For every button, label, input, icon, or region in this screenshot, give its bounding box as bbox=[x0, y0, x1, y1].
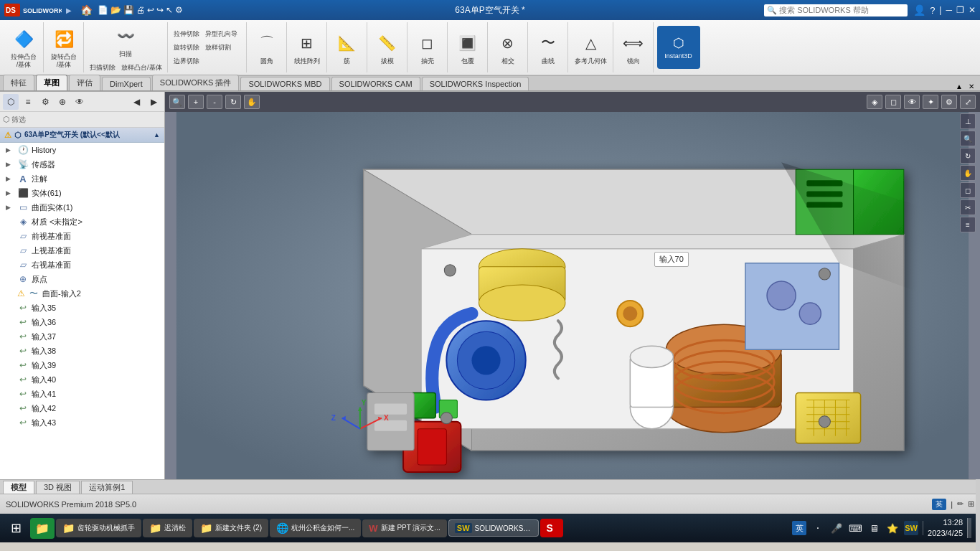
view-display-btn[interactable]: ◻ bbox=[885, 95, 901, 109]
tab-sw-inspection[interactable]: SOLIDWORKS Inspection bbox=[422, 77, 529, 90]
search-bar[interactable]: 🔍 bbox=[764, 4, 908, 17]
tree-item-sensors[interactable]: ▶ 📡 传感器 bbox=[0, 157, 164, 171]
curve-btn[interactable]: 〜 曲线 bbox=[532, 28, 565, 67]
close-btn[interactable]: ✕ bbox=[969, 5, 976, 15]
view-settings-btn[interactable]: ⚙ bbox=[941, 95, 957, 109]
instant3d-btn[interactable]: ⬡ Instant3D bbox=[657, 26, 700, 69]
tree-item-curve-input2[interactable]: ⚠ 〜 曲面-输入2 bbox=[0, 286, 164, 301]
taskbar-folder1-btn[interactable]: 📁 齿轮驱动机械抓手 bbox=[56, 519, 141, 537]
tab-collapse-btn[interactable]: ▲ bbox=[953, 83, 966, 90]
revolve-btn[interactable]: 🔁 旋转凸台/基体 bbox=[47, 24, 80, 70]
viewport-expand-btn[interactable]: ⤢ bbox=[960, 95, 976, 109]
tab-sketch[interactable]: 草图 bbox=[36, 75, 67, 90]
draft-btn[interactable]: 📏 拔模 bbox=[371, 28, 404, 67]
dimxpert-mgr-btn[interactable]: ⊕ bbox=[55, 94, 70, 110]
sweep-btn[interactable]: 〰️ 扫描 bbox=[109, 21, 142, 60]
tab-close-btn[interactable]: ✕ bbox=[966, 83, 977, 90]
tray-keyboard-icon[interactable]: ⌨ bbox=[848, 521, 862, 535]
rotate-btn[interactable]: ↻ bbox=[225, 95, 241, 109]
tray-screen-icon[interactable]: 🖥 bbox=[867, 521, 881, 535]
sweep-cut-btn[interactable]: 扫描切除 bbox=[88, 62, 118, 74]
taskbar-ppt-btn[interactable]: W 新建 PPT 演示文... bbox=[362, 519, 446, 537]
bottom-tab-motion[interactable]: 运动算例1 bbox=[81, 481, 133, 494]
settings-icon[interactable]: ⚙ bbox=[175, 5, 183, 15]
new-icon[interactable]: 📄 bbox=[98, 5, 108, 15]
tray-sw-icon[interactable]: SW bbox=[904, 521, 918, 535]
loft-btn[interactable]: 放样凸台/基体 bbox=[119, 62, 164, 74]
zoom-to-fit-btn[interactable]: 🔍 bbox=[169, 95, 185, 109]
bottom-tab-model[interactable]: 模型 bbox=[3, 481, 34, 494]
intersect-btn[interactable]: ⊗ 相交 bbox=[491, 28, 524, 67]
loft-cut-btn[interactable]: 放样切割 bbox=[203, 42, 233, 54]
zoom-in-btn[interactable]: + bbox=[188, 95, 204, 109]
tree-item-top-plane[interactable]: ▱ 上视基准面 bbox=[0, 243, 164, 258]
tree-item-front-plane[interactable]: ▱ 前视基准面 bbox=[0, 229, 164, 243]
tree-item-annotations[interactable]: ▶ A 注解 bbox=[0, 171, 164, 186]
tree-item-input43[interactable]: ↩ 输入43 bbox=[0, 415, 164, 430]
show-desktop-btn[interactable] bbox=[967, 518, 971, 538]
view-right-btn-5[interactable]: ◻ bbox=[960, 182, 976, 198]
extrude-btn[interactable]: 🔷 拉伸凸台/基体 bbox=[7, 24, 40, 70]
open-icon[interactable]: 📂 bbox=[110, 5, 121, 15]
tree-item-input40[interactable]: ↩ 输入40 bbox=[0, 372, 164, 387]
tab-features[interactable]: 特征 bbox=[3, 75, 34, 90]
tab-sw-cam[interactable]: SOLIDWORKS CAM bbox=[331, 77, 420, 90]
taskbar-browser-btn[interactable]: 🌐 杭州公积金如何一... bbox=[270, 519, 361, 537]
view-right-btn-1[interactable]: ⊥ bbox=[960, 113, 976, 129]
display-mgr-btn[interactable]: 👁 bbox=[72, 94, 88, 110]
home-icon[interactable]: 🏠 bbox=[80, 4, 93, 16]
hide-show-btn[interactable]: 👁 bbox=[904, 95, 920, 109]
3d-viewport[interactable]: 🔍 + - ↻ ✋ ◈ ◻ 👁 ✦ ⚙ ⤢ bbox=[165, 92, 980, 479]
restore-btn[interactable]: ❐ bbox=[956, 5, 964, 15]
save-icon[interactable]: 💾 bbox=[123, 5, 134, 15]
tree-item-input35[interactable]: ↩ 输入35 bbox=[0, 301, 164, 315]
feature-mgr-btn[interactable]: ⬡ bbox=[3, 94, 19, 110]
pattern-btn[interactable]: ⊞ 线性阵列 bbox=[291, 28, 324, 67]
tree-item-input39[interactable]: ↩ 输入39 bbox=[0, 358, 164, 372]
view-right-btn-2[interactable]: 🔍 bbox=[960, 131, 976, 146]
shell-btn[interactable]: ◻ 抽壳 bbox=[411, 28, 444, 67]
tray-lang-icon[interactable]: 英 bbox=[792, 521, 806, 535]
select-icon[interactable]: ↖ bbox=[166, 5, 173, 15]
taskbar-solidworks-btn[interactable]: SW SOLIDWORKS P... bbox=[448, 519, 539, 537]
ref-geom-btn[interactable]: △ 参考几何体 bbox=[572, 28, 610, 67]
system-clock[interactable]: 13:28 2023/4/25 bbox=[928, 517, 963, 540]
user-icon[interactable]: 👤 bbox=[913, 4, 925, 16]
tree-item-material[interactable]: ◈ 材质 <未指定> bbox=[0, 215, 164, 229]
bottom-tab-3dview[interactable]: 3D 视图 bbox=[36, 481, 80, 494]
tree-item-input37[interactable]: ↩ 输入37 bbox=[0, 329, 164, 344]
tree-item-input36[interactable]: ↩ 输入36 bbox=[0, 315, 164, 329]
tree-item-input38[interactable]: ↩ 输入38 bbox=[0, 344, 164, 358]
taskbar-folder2-btn[interactable]: 📁 迟清松 bbox=[143, 519, 192, 537]
tray-mic-icon[interactable]: 🎤 bbox=[829, 521, 844, 535]
zoom-out-btn[interactable]: - bbox=[207, 95, 222, 109]
tree-item-right-plane[interactable]: ▱ 右视基准面 bbox=[0, 258, 164, 272]
taskbar-explorer-btn[interactable]: 📁 bbox=[30, 518, 55, 539]
taskbar-app-btn[interactable]: S bbox=[540, 519, 563, 537]
tree-item-history[interactable]: ▶ 🕐 History bbox=[0, 143, 164, 157]
tray-star-icon[interactable]: ⭐ bbox=[885, 521, 900, 535]
view-orient-btn[interactable]: ◈ bbox=[867, 95, 882, 109]
print-icon[interactable]: 🖨 bbox=[136, 5, 145, 15]
revolve-cut-btn[interactable]: 旋转切除 bbox=[171, 42, 202, 54]
tree-item-surfaces[interactable]: ▶ ▭ 曲面实体(1) bbox=[0, 200, 164, 215]
undo-icon[interactable]: ↩ bbox=[147, 5, 154, 15]
property-mgr-btn[interactable]: ≡ bbox=[20, 94, 36, 110]
fillet-btn[interactable]: ⌒ 圆角 bbox=[250, 28, 283, 67]
expand-sidebar-btn[interactable]: ▶ bbox=[146, 94, 161, 110]
help-icon[interactable]: ? bbox=[930, 5, 935, 16]
border-cut-btn[interactable]: 边界切除 bbox=[171, 55, 202, 67]
collapse-sidebar-btn[interactable]: ◀ bbox=[128, 94, 144, 110]
hole-wizard-btn[interactable]: 异型孔向导 bbox=[203, 28, 240, 40]
mirror-btn[interactable]: ⟺ 镜向 bbox=[617, 28, 650, 67]
taskbar-folder3-btn[interactable]: 📁 新建文件夹 (2) bbox=[194, 519, 268, 537]
search-input[interactable] bbox=[779, 6, 890, 14]
view-right-btn-7[interactable]: ≡ bbox=[960, 217, 976, 232]
tree-item-solids[interactable]: ▶ ⬛ 实体(61) bbox=[0, 186, 164, 200]
view-right-btn-3[interactable]: ↻ bbox=[960, 148, 976, 164]
config-mgr-btn[interactable]: ⚙ bbox=[37, 94, 53, 110]
rib-btn[interactable]: 📐 筋 bbox=[331, 28, 364, 67]
tab-sw-plugins[interactable]: SOLIDWORKS 插件 bbox=[152, 75, 240, 90]
wrap-btn[interactable]: 🔳 包覆 bbox=[451, 28, 484, 67]
view-right-btn-4[interactable]: ✋ bbox=[960, 165, 976, 181]
